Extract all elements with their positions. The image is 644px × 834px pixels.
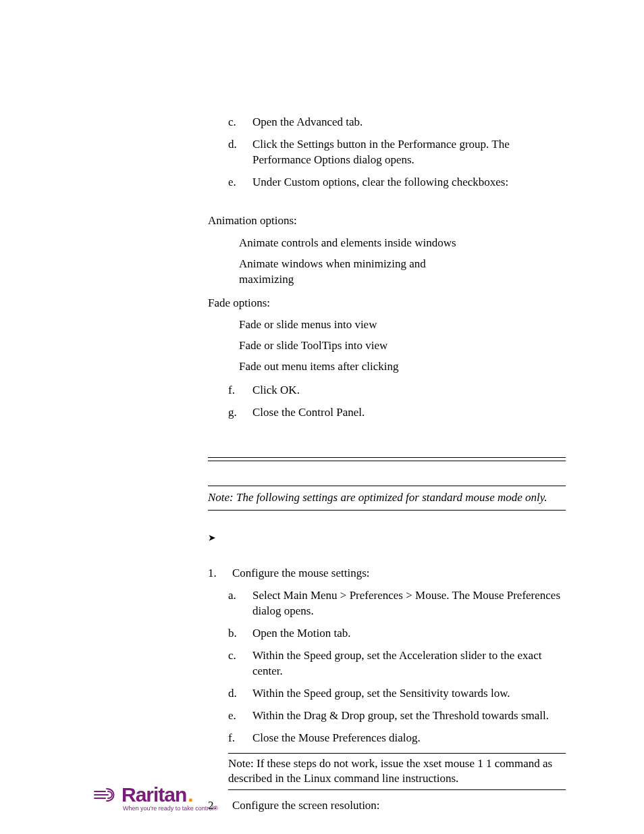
list-item: e. Within the Drag & Drop group, set the… [228, 708, 566, 724]
item-text: Within the Drag & Drop group, set the Th… [252, 708, 549, 724]
fade-item: Fade out menu items after clicking [239, 359, 566, 375]
logo: Raritan . When you're ready to take cont… [93, 785, 242, 812]
list-item: d. Click the Settings button in the Perf… [228, 137, 566, 168]
note-text: Note: The following settings are optimiz… [208, 486, 566, 511]
marker: b. [228, 626, 240, 642]
item-text: Under Custom options, clear the followin… [252, 175, 508, 190]
list-item: c. Open the Advanced tab. [228, 115, 566, 130]
item-text: Close the Mouse Preferences dialog. [252, 731, 421, 746]
item-text: Click the Settings button in the Perform… [252, 137, 566, 168]
chevron-right-icon: ➤ [208, 533, 566, 543]
list-item: e. Under Custom options, clear the follo… [228, 175, 566, 190]
item-text: Within the Speed group, set the Sensitiv… [252, 686, 510, 702]
marker: a. [228, 588, 240, 619]
item-text: Within the Speed group, set the Accelera… [252, 648, 566, 679]
list-item: c. Within the Speed group, set the Accel… [228, 648, 566, 679]
marker: 1. [208, 566, 220, 581]
logo-wordmark: Raritan [122, 785, 186, 805]
logo-mark-icon [93, 786, 120, 804]
animation-items: Animate controls and elements inside win… [239, 236, 566, 288]
marker: c. [228, 648, 240, 679]
divider [208, 457, 566, 458]
item-text: Configure the mouse settings: [232, 566, 370, 581]
numbered-item: 2. Configure the screen resolution: [208, 798, 566, 814]
spacer [208, 427, 566, 457]
list-item: a. Select Main Menu > Preferences > Mous… [228, 588, 566, 619]
item-text: Close the Control Panel. [252, 405, 365, 421]
page-content: c. Open the Advanced tab. d. Click the S… [208, 115, 566, 820]
animation-item: Animate controls and elements inside win… [239, 236, 566, 251]
animation-item: Animate windows when minimizing and maxi… [239, 257, 455, 288]
note-block: Note: The following settings are optimiz… [208, 486, 566, 511]
fade-item: Fade or slide menus into view [239, 317, 566, 333]
list-item: g. Close the Control Panel. [228, 405, 566, 421]
marker: e. [228, 175, 240, 190]
list-item: f. Close the Mouse Preferences dialog. [228, 731, 566, 746]
list-item: f. Click OK. [228, 383, 566, 398]
divider [228, 789, 566, 790]
marker: f. [228, 731, 240, 746]
marker: e. [228, 708, 240, 724]
list-item: d. Within the Speed group, set the Sensi… [228, 686, 566, 702]
marker: d. [228, 137, 240, 168]
animation-header: Animation options: [208, 213, 566, 229]
item-text: Open the Advanced tab. [252, 115, 363, 130]
divider [228, 753, 566, 754]
fade-items: Fade or slide menus into view Fade or sl… [239, 317, 566, 375]
numbered-item: 1. Configure the mouse settings: [208, 566, 566, 581]
sub-note: Note: If these steps do not work, issue … [228, 756, 566, 787]
divider [208, 461, 566, 461]
marker: f. [228, 383, 240, 398]
item-text: Open the Motion tab. [252, 626, 350, 642]
fade-item: Fade or slide ToolTips into view [239, 338, 566, 354]
item-text: Click OK. [252, 383, 300, 398]
marker: g. [228, 405, 240, 421]
marker: d. [228, 686, 240, 702]
marker: c. [228, 115, 240, 130]
fade-header: Fade options: [208, 296, 566, 311]
lettered-list-mid: f. Click OK. g. Close the Control Panel. [228, 383, 566, 421]
numbered-list: 1. Configure the mouse settings: a. Sele… [208, 566, 566, 814]
document-page: c. Open the Advanced tab. d. Click the S… [0, 0, 644, 834]
logo-line: Raritan . [93, 785, 242, 805]
logo-tagline: When you're ready to take control® [123, 804, 242, 812]
item-text: Select Main Menu > Preferences > Mouse. … [252, 588, 566, 619]
lettered-list-top: c. Open the Advanced tab. d. Click the S… [228, 115, 566, 190]
logo-dot-icon: . [188, 785, 193, 805]
lettered-sublist: a. Select Main Menu > Preferences > Mous… [228, 588, 566, 746]
item-text: Configure the screen resolution: [232, 798, 380, 814]
list-item: b. Open the Motion tab. [228, 626, 566, 642]
